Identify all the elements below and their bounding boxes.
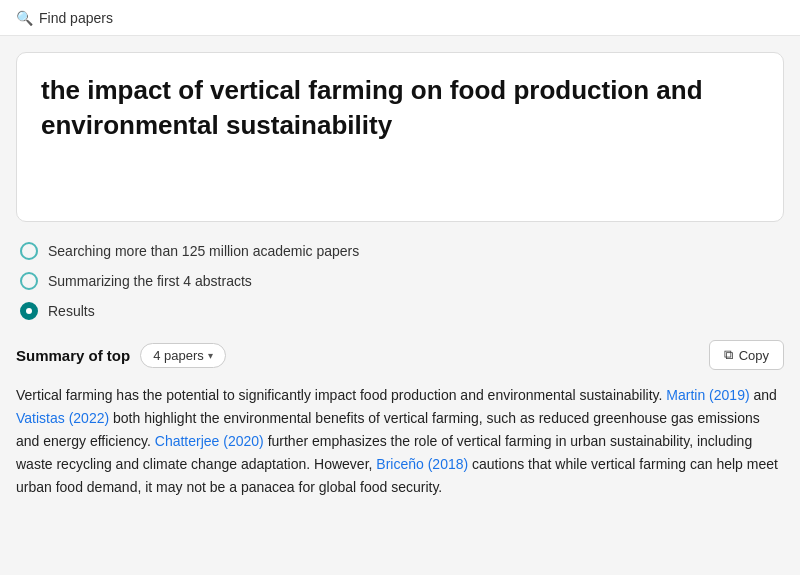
copy-icon: ⧉ <box>724 347 733 363</box>
header-left: Summary of top 4 papers ▾ <box>16 343 226 368</box>
status-list: Searching more than 125 million academic… <box>16 242 784 320</box>
results-header: Summary of top 4 papers ▾ ⧉ Copy <box>16 340 784 370</box>
status-summarizing: Summarizing the first 4 abstracts <box>20 272 780 290</box>
main-content: the impact of vertical farming on food p… <box>0 36 800 515</box>
chevron-down-icon: ▾ <box>208 350 213 361</box>
results-section: Summary of top 4 papers ▾ ⧉ Copy Vertica… <box>16 340 784 499</box>
search-query-box: the impact of vertical farming on food p… <box>16 52 784 222</box>
citation-chatterjee2020[interactable]: Chatterjee (2020) <box>155 433 264 449</box>
status-results: Results <box>20 302 780 320</box>
citation-martin2019[interactable]: Martin (2019) <box>666 387 749 403</box>
citation-briceno2018[interactable]: Briceño (2018) <box>376 456 468 472</box>
citation-vatistas2022[interactable]: Vatistas (2022) <box>16 410 109 426</box>
status-summarizing-text: Summarizing the first 4 abstracts <box>48 273 252 289</box>
copy-label: Copy <box>739 348 769 363</box>
papers-dropdown-button[interactable]: 4 papers ▾ <box>140 343 226 368</box>
summary-part1: Vertical farming has the potential to si… <box>16 387 666 403</box>
papers-count-label: 4 papers <box>153 348 204 363</box>
status-outline-icon-1 <box>20 242 38 260</box>
app-title: Find papers <box>39 10 113 26</box>
summary-body: Vertical farming has the potential to si… <box>16 384 784 499</box>
top-bar: 🔍 Find papers <box>0 0 800 36</box>
status-searching-text: Searching more than 125 million academic… <box>48 243 359 259</box>
status-searching: Searching more than 125 million academic… <box>20 242 780 260</box>
status-filled-icon <box>20 302 38 320</box>
copy-button[interactable]: ⧉ Copy <box>709 340 784 370</box>
summary-and: and <box>753 387 776 403</box>
search-icon: 🔍 <box>16 10 33 26</box>
search-query-text: the impact of vertical farming on food p… <box>41 73 759 143</box>
summary-label: Summary of top <box>16 347 130 364</box>
status-outline-icon-2 <box>20 272 38 290</box>
status-results-text: Results <box>48 303 95 319</box>
